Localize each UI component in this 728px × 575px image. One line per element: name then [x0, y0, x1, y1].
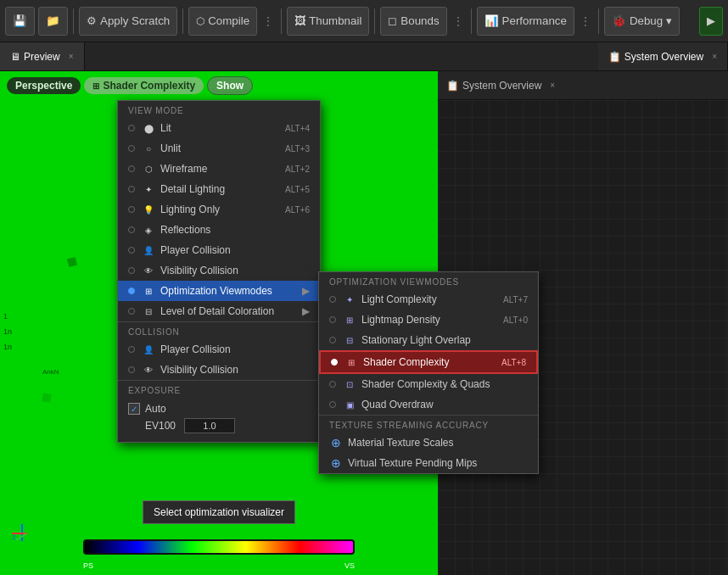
performance-button[interactable]: 📊 Performance [477, 7, 574, 36]
compile-dots[interactable]: ⋮ [260, 15, 276, 27]
auto-label: Auto [145, 403, 166, 415]
preview-close-button[interactable]: × [69, 52, 74, 61]
system-overview-close-button[interactable]: × [712, 52, 717, 61]
open-button[interactable]: 📁 [38, 7, 68, 36]
menu-item-shader-quads[interactable]: ⊡ Shader Complexity & Quads [319, 374, 538, 394]
right-tab-bar: 📋 System Overview × [438, 71, 728, 100]
system-overview-tab-icon: 📋 [446, 80, 459, 92]
radio-unlit [128, 145, 135, 152]
menu-item-optimization[interactable]: ⊞ Optimization Viewmodes ▶ [118, 281, 320, 301]
unlit-label: Unlit [160, 142, 278, 154]
system-overview-tab[interactable]: 📋 System Overview × [446, 80, 555, 92]
ev100-input[interactable] [184, 418, 235, 433]
thumbnail-icon: 🖼 [294, 14, 305, 27]
radio-reflections [128, 226, 135, 233]
radio-shader-quads [329, 381, 336, 388]
colorbar-left-label: PS [83, 561, 93, 570]
menu-item-shader-complexity[interactable]: ⊞ Shader Complexity ALT+8 [319, 350, 538, 374]
detail-lighting-label: Detail Lighting [160, 183, 278, 195]
debug-button[interactable]: 🐞 Debug ▾ [604, 7, 680, 36]
tabbar: 🖥 Preview × 📋 System Overview × [0, 42, 728, 71]
shader-quads-label: Shader Complexity & Quads [361, 378, 528, 390]
col-player-icon: 👤 [142, 343, 155, 356]
colorbar-right-label: VS [344, 561, 355, 570]
menu-item-lit[interactable]: ⬤ Lit ALT+4 [118, 118, 320, 138]
exposure-section: Auto EV100 [118, 398, 320, 442]
separator-1 [73, 8, 74, 34]
auto-checkbox[interactable] [128, 403, 140, 415]
lod-label: Level of Detail Coloration [160, 305, 302, 317]
material-texture-icon: ⊕ [329, 436, 343, 449]
radio-detail [128, 186, 135, 193]
menu-item-material-texture[interactable]: ⊕ Material Texture Scales [319, 433, 538, 453]
menu-item-reflections[interactable]: ◈ Reflections [118, 220, 320, 240]
radio-wireframe [128, 165, 135, 172]
ev100-row: EV100 [128, 418, 310, 433]
axis-indicator: Z [10, 517, 34, 541]
col-player-label: Player Collision [160, 343, 310, 355]
radio-optimization [128, 288, 135, 294]
radio-lit [128, 125, 135, 131]
radio-lod [128, 308, 135, 315]
radio-quad [329, 401, 336, 408]
menu-item-light-complexity[interactable]: ✦ Light Complexity ALT+7 [319, 289, 538, 310]
lit-shortcut: ALT+4 [285, 124, 310, 133]
separator-6 [598, 8, 599, 34]
lightmap-shortcut: ALT+0 [503, 315, 528, 325]
menu-item-player-collision[interactable]: 👤 Player Collision [118, 240, 320, 260]
lightmap-density-label: Lightmap Density [361, 314, 496, 326]
lod-arrow: ▶ [302, 305, 310, 317]
perspective-button[interactable]: Perspective [7, 77, 81, 94]
axis-z-label: Z [12, 533, 16, 541]
menu-item-detail-lighting[interactable]: ✦ Detail Lighting ALT+5 [118, 179, 320, 199]
shader-shortcut: ALT+8 [501, 358, 526, 367]
bounds-button[interactable]: ◻ Bounds [380, 7, 446, 36]
show-button[interactable]: Show [207, 76, 253, 95]
visibility-collision-label: Visibility Collision [160, 265, 310, 276]
wireframe-shortcut: ALT+2 [285, 165, 310, 174]
radio-player [128, 247, 135, 254]
stationary-label: Stationary Light Overlap [361, 334, 528, 346]
tab-preview[interactable]: 🖥 Preview × [0, 42, 85, 70]
menu-item-visibility-collision[interactable]: 👁 Visibility Collision [118, 260, 320, 281]
compile-button[interactable]: ⬡ Compile [188, 7, 257, 36]
radio-col-vis [128, 366, 135, 373]
reflections-icon: ◈ [142, 223, 155, 237]
performance-dots[interactable]: ⋮ [578, 15, 593, 27]
lighting-icon: 💡 [142, 203, 155, 216]
quad-icon: ▣ [343, 398, 356, 411]
menu-item-lod[interactable]: ⊟ Level of Detail Coloration ▶ [118, 301, 320, 321]
menu-item-wireframe[interactable]: ⬡ Wireframe ALT+2 [118, 159, 320, 179]
play-button[interactable]: ▶ [699, 7, 723, 36]
lighting-only-label: Lighting Only [160, 204, 278, 215]
tab-system-overview[interactable]: 📋 System Overview × [598, 42, 728, 70]
shader-icon: ⊞ [344, 355, 358, 369]
unlit-icon: ○ [142, 142, 155, 155]
dropdown-viewmode: VIEW MODE ⬤ Lit ALT+4 ○ Unlit ALT+3 ⬡ Wi… [117, 100, 321, 443]
thumbnail-button[interactable]: 🖼 Thumbnail [287, 7, 369, 36]
menu-item-stationary[interactable]: ⊟ Stationary Light Overlap [319, 330, 538, 350]
menu-item-col-vis[interactable]: 👁 Visibility Collision [118, 360, 320, 380]
colorbar-labels: PS VS [83, 561, 355, 570]
menu-item-quad-overdraw[interactable]: ▣ Quad Overdraw [319, 394, 538, 415]
lit-label: Lit [160, 122, 278, 134]
system-overview-label: System Overview [624, 51, 703, 63]
menu-item-col-player[interactable]: 👤 Player Collision [118, 339, 320, 360]
menu-item-lightmap-density[interactable]: ⊞ Lightmap Density ALT+0 [319, 310, 538, 330]
viewport-toolbar: Perspective ⊞ Shader Complexity Show [0, 71, 438, 100]
shader-complexity-button[interactable]: ⊞ Shader Complexity [84, 77, 204, 94]
unlit-shortcut: ALT+3 [285, 144, 310, 154]
radio-lighting [128, 206, 135, 213]
menu-item-unlit[interactable]: ○ Unlit ALT+3 [118, 138, 320, 159]
apply-scratch-button[interactable]: ⚙ Apply Scratch [79, 7, 177, 36]
menu-item-virtual-texture[interactable]: ⊕ Virtual Texture Pending Mips [319, 453, 538, 473]
bounds-dots[interactable]: ⋮ [451, 15, 466, 27]
separator-2 [182, 8, 183, 34]
menu-item-lighting-only[interactable]: 💡 Lighting Only ALT+6 [118, 199, 320, 220]
system-overview-tab-close[interactable]: × [550, 81, 555, 90]
show-label: Show [216, 80, 244, 92]
preview-icon: 🖥 [10, 51, 20, 63]
shader-grid-icon: ⊞ [92, 81, 99, 91]
radio-shader [331, 359, 338, 366]
save-button[interactable]: 💾 [5, 7, 35, 36]
